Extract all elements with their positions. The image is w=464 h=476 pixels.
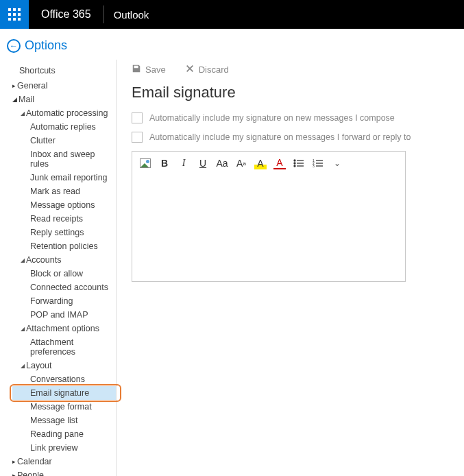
nav-attachment-preferences[interactable]: Attachment preferences [12, 335, 116, 359]
nav-people[interactable]: ▸People [12, 468, 116, 476]
font-case-button[interactable]: Aa [235, 157, 247, 169]
back-arrow-icon[interactable] [7, 39, 21, 53]
svg-point-11 [294, 160, 295, 161]
nav-general[interactable]: ▸General [12, 79, 116, 93]
svg-point-15 [294, 165, 295, 167]
discard-icon [185, 64, 195, 75]
underline-button[interactable]: U [197, 157, 209, 169]
include-reply-row[interactable]: Automatically include my signature on me… [132, 132, 456, 143]
bold-button[interactable]: B [158, 157, 171, 169]
nav-mark-as-read[interactable]: Mark as read [12, 185, 116, 198]
svg-rect-3 [8, 13, 11, 16]
nav-conversations[interactable]: Conversations [12, 372, 116, 386]
font-size-button[interactable]: Aa [216, 157, 228, 169]
discard-button[interactable]: Discard [185, 64, 229, 75]
number-list-button[interactable]: 123 [312, 157, 324, 169]
nav-accounts[interactable]: ◢Accounts [12, 253, 116, 267]
svg-rect-6 [8, 18, 11, 21]
nav-read-receipts[interactable]: Read receipts [12, 212, 116, 226]
nav-reply-settings[interactable]: Reply settings [12, 226, 116, 239]
save-button[interactable]: Save [132, 64, 166, 75]
svg-rect-8 [18, 18, 21, 21]
nav-connected-accounts[interactable]: Connected accounts [12, 281, 116, 294]
options-label: Options [25, 38, 67, 53]
nav-calendar[interactable]: ▸Calendar [12, 455, 116, 468]
nav-shortcuts[interactable]: Shortcuts [12, 64, 116, 79]
svg-text:3: 3 [313, 164, 315, 168]
brand-label: Office 365 [29, 8, 103, 21]
italic-button[interactable]: I [178, 157, 190, 169]
include-reply-checkbox[interactable] [132, 132, 143, 143]
signature-editor: B I U Aa Aa A A 123 ⌄ [132, 151, 406, 282]
nav-link-preview[interactable]: Link preview [12, 441, 116, 455]
more-formatting-icon[interactable]: ⌄ [331, 157, 343, 169]
nav-clutter[interactable]: Clutter [12, 134, 116, 147]
options-sidebar: Shortcuts ▸General ◢Mail ◢Automatic proc… [0, 60, 117, 476]
nav-automatic-processing[interactable]: ◢Automatic processing [12, 106, 116, 120]
nav-retention-policies[interactable]: Retention policies [12, 239, 116, 253]
include-new-checkbox[interactable] [132, 112, 143, 123]
svg-rect-5 [18, 13, 21, 16]
svg-rect-2 [18, 8, 21, 11]
editor-toolbar: B I U Aa Aa A A 123 ⌄ [132, 152, 405, 175]
include-new-row[interactable]: Automatically include my signature on ne… [132, 112, 456, 123]
include-new-label: Automatically include my signature on ne… [149, 113, 395, 123]
app-launcher-icon[interactable] [0, 0, 29, 29]
nav-layout[interactable]: ◢Layout [12, 359, 116, 372]
svg-rect-4 [13, 13, 16, 16]
nav-automatic-replies[interactable]: Automatic replies [12, 120, 116, 134]
nav-junk-reporting[interactable]: Junk email reporting [12, 171, 116, 185]
app-name: Outlook [104, 9, 159, 21]
nav-forwarding[interactable]: Forwarding [12, 294, 116, 308]
svg-rect-7 [13, 18, 16, 21]
svg-rect-0 [8, 8, 11, 11]
nav-email-signature[interactable]: Email signature [12, 386, 116, 400]
save-icon [132, 64, 141, 75]
signature-textarea[interactable] [132, 175, 405, 281]
font-color-button[interactable]: A [273, 157, 286, 169]
svg-point-13 [294, 163, 295, 164]
nav-inbox-sweep[interactable]: Inbox and sweep rules [12, 147, 116, 171]
page-title: Email signature [132, 84, 456, 102]
highlight-button[interactable]: A [254, 157, 267, 169]
nav-attachment-options[interactable]: ◢Attachment options [12, 322, 116, 335]
nav-message-format[interactable]: Message format [12, 400, 116, 414]
nav-reading-pane[interactable]: Reading pane [12, 427, 116, 441]
svg-rect-1 [13, 8, 16, 11]
app-header: Office 365 Outlook [0, 0, 464, 29]
nav-block-or-allow[interactable]: Block or allow [12, 267, 116, 281]
nav-message-options[interactable]: Message options [12, 198, 116, 212]
nav-mail[interactable]: ◢Mail [12, 93, 116, 106]
main-content: Save Discard Email signature Automatical… [117, 60, 464, 476]
options-back-row[interactable]: Options [0, 29, 464, 60]
include-reply-label: Automatically include my signature on me… [149, 132, 411, 142]
bullet-list-button[interactable] [293, 157, 305, 169]
nav-message-list[interactable]: Message list [12, 414, 116, 427]
insert-image-icon[interactable] [139, 157, 151, 169]
action-bar: Save Discard [132, 64, 456, 82]
nav-pop-imap[interactable]: POP and IMAP [12, 308, 116, 322]
